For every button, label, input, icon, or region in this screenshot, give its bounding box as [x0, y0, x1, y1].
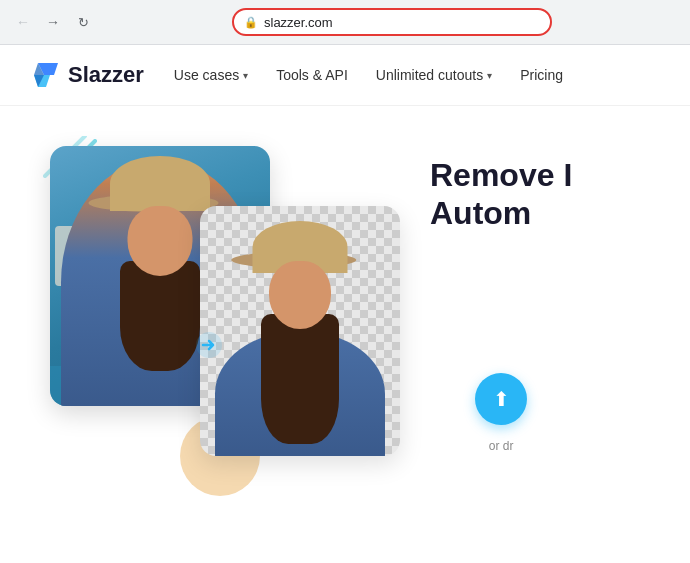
navbar: Slazzer Use cases ▾ Tools & API Unlimite…: [0, 45, 690, 106]
upload-button[interactable]: ⬆: [475, 373, 527, 425]
url-text: slazzer.com: [264, 15, 333, 30]
refresh-button[interactable]: ↻: [70, 9, 96, 35]
hero-title-line1: Remove I: [430, 157, 572, 193]
nav-unlimited-cutouts-label: Unlimited cutouts: [376, 67, 483, 83]
nav-use-cases-label: Use cases: [174, 67, 239, 83]
hero-title: Remove I Autom: [430, 156, 572, 233]
nav-tools-api[interactable]: Tools & API: [276, 67, 348, 83]
nav-unlimited-cutouts[interactable]: Unlimited cutouts ▾: [376, 67, 492, 83]
face-original: [128, 206, 193, 276]
nav-tools-api-label: Tools & API: [276, 67, 348, 83]
website-content: Slazzer Use cases ▾ Tools & API Unlimite…: [0, 45, 690, 562]
refresh-icon: ↻: [78, 15, 89, 30]
logo-icon: [30, 59, 62, 91]
chevron-down-icon-2: ▾: [487, 70, 492, 81]
browser-toolbar: ← → ↻ 🔒 slazzer.com: [10, 8, 680, 36]
hair-original: [120, 261, 200, 371]
or-drag-text: or dr: [489, 439, 514, 453]
nav-use-cases[interactable]: Use cases ▾: [174, 67, 248, 83]
forward-button[interactable]: →: [40, 9, 66, 35]
arrow-indicator: [195, 331, 223, 364]
chevron-down-icon: ▾: [243, 70, 248, 81]
back-button[interactable]: ←: [10, 9, 36, 35]
lock-icon: 🔒: [244, 16, 258, 29]
hero-images: [30, 136, 410, 526]
nav-pricing-label: Pricing: [520, 67, 563, 83]
browser-chrome: ← → ↻ 🔒 slazzer.com: [0, 0, 690, 45]
nav-pricing[interactable]: Pricing: [520, 67, 563, 83]
hero-text: Remove I Autom ⬆ or dr: [410, 136, 572, 526]
hat-original: [110, 156, 210, 211]
address-bar-container: 🔒 slazzer.com: [104, 8, 680, 36]
hero-section: Remove I Autom ⬆ or dr: [0, 106, 690, 526]
nav-buttons: ← → ↻: [10, 9, 96, 35]
upload-icon: ⬆: [493, 387, 510, 411]
logo-text: Slazzer: [68, 62, 144, 88]
face-cutout: [269, 261, 331, 329]
hero-title-line2: Autom: [430, 195, 531, 231]
hair-cutout: [261, 314, 339, 444]
logo-area[interactable]: Slazzer: [30, 59, 144, 91]
back-icon: ←: [16, 14, 30, 30]
cutout-image: [200, 206, 400, 456]
nav-links: Use cases ▾ Tools & API Unlimited cutout…: [174, 67, 563, 83]
address-bar[interactable]: 🔒 slazzer.com: [232, 8, 552, 36]
forward-icon: →: [46, 14, 60, 30]
